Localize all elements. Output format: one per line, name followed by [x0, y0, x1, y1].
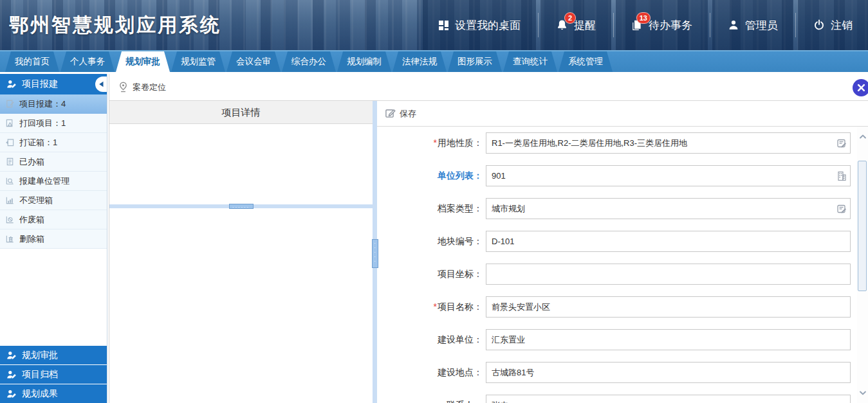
field-value: 前景头安置小区 — [492, 301, 550, 313]
doc-trash-icon — [5, 234, 15, 244]
scrollbar-thumb[interactable] — [858, 161, 867, 291]
sidebar-item[interactable]: 报建单位管理 — [0, 172, 107, 191]
sidebar-item[interactable]: 打证箱：1 — [0, 133, 107, 152]
sidebar-item-label: 打回项目：1 — [19, 118, 66, 129]
form-scrollbar[interactable] — [857, 127, 868, 403]
desktop-settings-button[interactable]: 设置我的桌面 — [423, 0, 536, 50]
sidebar-item[interactable]: 项目报建：4 — [0, 94, 107, 114]
header-action-label: 管理员 — [745, 18, 778, 33]
sidebar-item-label: 作废箱 — [19, 214, 44, 226]
sidebar-section-project-report[interactable]: 项目报建 — [0, 74, 107, 94]
user-pen-icon — [6, 370, 17, 380]
header-action-label: 设置我的桌面 — [455, 18, 521, 33]
project-detail-panel: 项目详情 ...... — [109, 101, 373, 403]
sidebar-item[interactable]: 打回项目：1 — [0, 114, 107, 133]
building-icon[interactable] — [836, 171, 847, 181]
field-label-text: 联系人： — [447, 400, 483, 403]
nav-tab[interactable]: 系统管理 — [559, 51, 613, 72]
sidebar-item[interactable]: 作废箱 — [0, 210, 107, 229]
form-row: 联系人：张丰 — [377, 395, 868, 403]
location-pin-icon — [118, 82, 128, 93]
app-header: 鄂州智慧规划应用系统 设置我的桌面2提醒13待办事务管理员注销 — [0, 0, 868, 50]
nav-tab[interactable]: 个人事务 — [60, 51, 115, 72]
field-label: 联系人： — [377, 400, 483, 403]
form-area: *用地性质：R1-一类居住用地,R2-二类居住用地,R3-三类居住用地单位列表：… — [377, 127, 868, 403]
form-row: *项目名称：前景头安置小区 — [377, 296, 868, 318]
todo-tasks-button[interactable]: 13待办事务 — [616, 0, 708, 50]
form-field-input[interactable]: 901 — [486, 165, 851, 186]
horizontal-splitter: ...... — [109, 204, 373, 208]
horizontal-splitter-handle[interactable]: ...... — [229, 204, 254, 209]
header-separator — [538, 13, 539, 37]
field-label-text: 建设单位： — [438, 334, 483, 345]
form-field-input[interactable]: 前景头安置小区 — [486, 296, 851, 318]
form-field-input[interactable]: D-101 — [486, 231, 851, 252]
chevron-down-icon[interactable] — [859, 391, 866, 395]
field-label: *项目名称： — [377, 301, 483, 313]
sidebar-item[interactable]: 不受理箱 — [0, 191, 107, 210]
sidebar-section[interactable]: 规划成果 — [0, 384, 107, 403]
nav-tab[interactable]: 规划监管 — [171, 51, 225, 72]
field-value: 张丰 — [492, 400, 508, 403]
user-pen-icon — [6, 79, 17, 89]
form-field-input[interactable]: 古城路81号 — [486, 362, 851, 383]
note-edit-icon[interactable] — [836, 138, 847, 148]
doc-lines-icon — [5, 157, 15, 166]
field-label-text: 档案类型： — [438, 203, 483, 213]
field-label: 地块编号： — [377, 236, 483, 247]
notification-badge: 13 — [636, 12, 651, 24]
sidebar-item-label: 已办箱 — [19, 156, 44, 168]
admin-user-button[interactable]: 管理员 — [712, 0, 793, 50]
doc-cancel-icon — [5, 215, 15, 224]
nav-tab[interactable]: 图形展示 — [448, 51, 502, 72]
form-field-input[interactable] — [486, 264, 851, 285]
sidebar-item-label: 打证箱：1 — [19, 137, 57, 148]
chevron-up-icon[interactable] — [859, 134, 866, 139]
sidebar-section-label: 项目归档 — [22, 369, 58, 381]
sidebar-section[interactable]: 项目归档 — [0, 365, 107, 384]
header-action-label: 提醒 — [574, 18, 596, 33]
form-row: 地块编号：D-101 — [377, 231, 868, 252]
nav-tab[interactable]: 规划编制 — [337, 51, 391, 72]
form-row: 项目坐标： — [377, 264, 868, 285]
form-field-input[interactable]: R1-一类居住用地,R2-二类居住用地,R3-三类居住用地 — [486, 132, 851, 154]
field-value: 汇东置业 — [492, 334, 525, 346]
save-pen-icon — [385, 108, 396, 119]
sidebar-item-label: 删除箱 — [19, 233, 44, 245]
collapse-arrow-icon — [98, 81, 104, 87]
reminders-button[interactable]: 2提醒 — [540, 0, 611, 50]
form-field-input[interactable]: 城市规划 — [486, 198, 851, 219]
field-label: 建设单位： — [377, 334, 483, 346]
field-value: 901 — [492, 171, 506, 181]
app-title: 鄂州智慧规划应用系统 — [9, 12, 221, 39]
sidebar-section-label: 规划成果 — [22, 388, 58, 400]
header-separator — [710, 13, 710, 37]
content-area: 案卷定位 项目详情 ...... ..... 保存 *用地性质：R1-一类居住用… — [109, 74, 868, 403]
field-label-text: 项目名称： — [438, 301, 483, 312]
grid-icon — [438, 20, 449, 31]
sidebar-collapse-button[interactable] — [95, 76, 107, 92]
header-actions: 设置我的桌面2提醒13待办事务管理员注销 — [423, 0, 868, 50]
required-marker: * — [434, 301, 437, 312]
form-field-input[interactable]: 汇东置业 — [486, 329, 851, 350]
nav-tab[interactable]: 规划审批 — [116, 51, 170, 72]
sidebar-item[interactable]: 已办箱 — [0, 152, 107, 172]
sidebar-item[interactable]: 删除箱 — [0, 229, 107, 249]
nav-tab[interactable]: 我的首页 — [5, 51, 59, 72]
power-icon — [813, 19, 825, 31]
form-field-input[interactable]: 张丰 — [486, 395, 851, 403]
field-label: 建设地点： — [377, 367, 483, 379]
case-locate-button[interactable]: 案卷定位 — [133, 82, 166, 93]
save-button[interactable]: 保存 — [400, 108, 416, 120]
nav-tab[interactable]: 综合办公 — [282, 51, 336, 72]
nav-tab[interactable]: 法律法规 — [392, 51, 447, 72]
nav-tab[interactable]: 查询统计 — [503, 51, 557, 72]
field-label-text[interactable]: 单位列表： — [438, 170, 483, 181]
note-edit-icon[interactable] — [836, 204, 847, 214]
nav-tab[interactable]: 会议会审 — [226, 51, 281, 72]
close-button[interactable] — [853, 79, 868, 96]
logout-button[interactable]: 注销 — [798, 0, 868, 50]
field-label: 档案类型： — [377, 203, 483, 215]
field-label-text: 用地性质： — [438, 138, 483, 148]
sidebar-section[interactable]: 规划审批 — [0, 346, 107, 364]
